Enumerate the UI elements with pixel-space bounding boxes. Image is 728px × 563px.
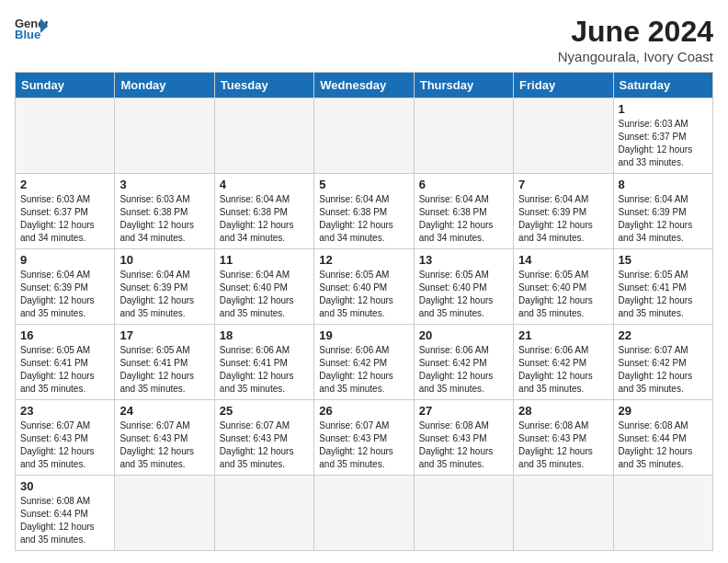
calendar-cell: 21Sunrise: 6:06 AM Sunset: 6:42 PM Dayli…: [514, 325, 613, 400]
calendar-cell: 8Sunrise: 6:04 AM Sunset: 6:39 PM Daylig…: [613, 174, 712, 249]
calendar-cell: 6Sunrise: 6:04 AM Sunset: 6:38 PM Daylig…: [414, 174, 513, 249]
day-info: Sunrise: 6:05 AM Sunset: 6:41 PM Dayligh…: [119, 344, 209, 396]
calendar-cell: 30Sunrise: 6:08 AM Sunset: 6:44 PM Dayli…: [16, 476, 115, 551]
day-number: 19: [319, 328, 408, 342]
day-number: 28: [518, 404, 608, 418]
calendar-cell: [16, 98, 115, 174]
calendar-cell: [514, 476, 613, 551]
weekday-header-cell: Monday: [115, 73, 214, 98]
calendar-cell: 27Sunrise: 6:08 AM Sunset: 6:43 PM Dayli…: [414, 400, 513, 476]
logo: General Blue: [15, 15, 48, 40]
day-number: 6: [419, 178, 508, 191]
calendar-cell: 3Sunrise: 6:03 AM Sunset: 6:38 PM Daylig…: [115, 174, 214, 249]
calendar-cell: 15Sunrise: 6:05 AM Sunset: 6:41 PM Dayli…: [613, 249, 712, 325]
calendar-week-row: 23Sunrise: 6:07 AM Sunset: 6:43 PM Dayli…: [16, 400, 713, 476]
day-info: Sunrise: 6:04 AM Sunset: 6:38 PM Dayligh…: [319, 193, 408, 245]
day-info: Sunrise: 6:08 AM Sunset: 6:43 PM Dayligh…: [419, 419, 508, 471]
calendar-cell: 4Sunrise: 6:04 AM Sunset: 6:38 PM Daylig…: [214, 174, 313, 249]
day-number: 16: [20, 328, 109, 342]
calendar-week-row: 16Sunrise: 6:05 AM Sunset: 6:41 PM Dayli…: [16, 325, 713, 400]
calendar-week-row: 30Sunrise: 6:08 AM Sunset: 6:44 PM Dayli…: [16, 476, 713, 551]
calendar-cell: [115, 98, 214, 174]
day-number: 12: [319, 253, 408, 267]
day-info: Sunrise: 6:07 AM Sunset: 6:43 PM Dayligh…: [220, 419, 309, 471]
logo-icon: General Blue: [15, 15, 48, 40]
day-info: Sunrise: 6:04 AM Sunset: 6:40 PM Dayligh…: [220, 269, 309, 320]
day-number: 21: [518, 328, 608, 342]
day-info: Sunrise: 6:07 AM Sunset: 6:43 PM Dayligh…: [319, 419, 408, 471]
day-info: Sunrise: 6:03 AM Sunset: 6:37 PM Dayligh…: [619, 118, 708, 169]
calendar-cell: 18Sunrise: 6:06 AM Sunset: 6:41 PM Dayli…: [214, 325, 313, 400]
svg-text:Blue: Blue: [15, 28, 40, 40]
day-info: Sunrise: 6:04 AM Sunset: 6:38 PM Dayligh…: [220, 193, 309, 245]
calendar-cell: [613, 476, 712, 551]
day-info: Sunrise: 6:04 AM Sunset: 6:39 PM Dayligh…: [20, 269, 109, 320]
calendar-cell: 24Sunrise: 6:07 AM Sunset: 6:43 PM Dayli…: [115, 400, 214, 476]
weekday-header-cell: Friday: [514, 73, 613, 98]
calendar-cell: 17Sunrise: 6:05 AM Sunset: 6:41 PM Dayli…: [115, 325, 214, 400]
calendar-cell: 5Sunrise: 6:04 AM Sunset: 6:38 PM Daylig…: [314, 174, 414, 249]
calendar-cell: 16Sunrise: 6:05 AM Sunset: 6:41 PM Dayli…: [16, 325, 115, 400]
day-number: 26: [319, 404, 408, 418]
weekday-header-cell: Sunday: [16, 73, 115, 98]
day-number: 13: [419, 253, 508, 267]
day-number: 30: [20, 479, 109, 493]
calendar-week-row: 1Sunrise: 6:03 AM Sunset: 6:37 PM Daylig…: [16, 98, 713, 174]
calendar-cell: [314, 476, 414, 551]
day-info: Sunrise: 6:06 AM Sunset: 6:42 PM Dayligh…: [419, 344, 508, 396]
day-info: Sunrise: 6:05 AM Sunset: 6:41 PM Dayligh…: [20, 344, 109, 396]
day-info: Sunrise: 6:05 AM Sunset: 6:41 PM Dayligh…: [619, 269, 708, 320]
calendar-cell: 10Sunrise: 6:04 AM Sunset: 6:39 PM Dayli…: [115, 249, 214, 325]
day-info: Sunrise: 6:07 AM Sunset: 6:43 PM Dayligh…: [20, 419, 109, 471]
calendar-cell: [214, 98, 313, 174]
month-title: June 2024: [558, 15, 713, 49]
calendar-cell: 11Sunrise: 6:04 AM Sunset: 6:40 PM Dayli…: [214, 249, 313, 325]
day-info: Sunrise: 6:03 AM Sunset: 6:38 PM Dayligh…: [119, 193, 209, 245]
calendar-cell: [414, 98, 513, 174]
day-number: 2: [20, 178, 109, 191]
calendar-cell: 19Sunrise: 6:06 AM Sunset: 6:42 PM Dayli…: [314, 325, 414, 400]
calendar-cell: 23Sunrise: 6:07 AM Sunset: 6:43 PM Dayli…: [16, 400, 115, 476]
day-number: 24: [119, 404, 209, 418]
header: General Blue June 2024 Nyangourala, Ivor…: [15, 15, 713, 64]
day-number: 11: [220, 253, 309, 267]
calendar-cell: 7Sunrise: 6:04 AM Sunset: 6:39 PM Daylig…: [514, 174, 613, 249]
weekday-header-cell: Wednesday: [314, 73, 414, 98]
calendar-cell: 13Sunrise: 6:05 AM Sunset: 6:40 PM Dayli…: [414, 249, 513, 325]
calendar-table: SundayMondayTuesdayWednesdayThursdayFrid…: [15, 72, 713, 551]
calendar-cell: 28Sunrise: 6:08 AM Sunset: 6:43 PM Dayli…: [514, 400, 613, 476]
day-number: 15: [619, 253, 708, 267]
day-number: 18: [220, 328, 309, 342]
day-info: Sunrise: 6:04 AM Sunset: 6:39 PM Dayligh…: [119, 269, 209, 320]
calendar-body: 1Sunrise: 6:03 AM Sunset: 6:37 PM Daylig…: [16, 98, 713, 551]
day-info: Sunrise: 6:04 AM Sunset: 6:39 PM Dayligh…: [518, 193, 608, 245]
calendar-cell: [214, 476, 313, 551]
day-number: 1: [619, 102, 708, 116]
day-number: 3: [119, 178, 209, 191]
day-info: Sunrise: 6:06 AM Sunset: 6:42 PM Dayligh…: [319, 344, 408, 396]
calendar-cell: 22Sunrise: 6:07 AM Sunset: 6:42 PM Dayli…: [613, 325, 712, 400]
day-info: Sunrise: 6:04 AM Sunset: 6:39 PM Dayligh…: [619, 193, 708, 245]
weekday-header-cell: Saturday: [613, 73, 712, 98]
day-number: 23: [20, 404, 109, 418]
day-number: 22: [619, 328, 708, 342]
title-area: June 2024 Nyangourala, Ivory Coast: [558, 15, 713, 64]
weekday-header-row: SundayMondayTuesdayWednesdayThursdayFrid…: [16, 73, 713, 98]
calendar-cell: 2Sunrise: 6:03 AM Sunset: 6:37 PM Daylig…: [16, 174, 115, 249]
calendar-week-row: 2Sunrise: 6:03 AM Sunset: 6:37 PM Daylig…: [16, 174, 713, 249]
day-info: Sunrise: 6:05 AM Sunset: 6:40 PM Dayligh…: [319, 269, 408, 320]
calendar-cell: 25Sunrise: 6:07 AM Sunset: 6:43 PM Dayli…: [214, 400, 313, 476]
day-info: Sunrise: 6:08 AM Sunset: 6:44 PM Dayligh…: [619, 419, 708, 471]
day-number: 14: [518, 253, 608, 267]
day-info: Sunrise: 6:06 AM Sunset: 6:42 PM Dayligh…: [518, 344, 608, 396]
day-number: 20: [419, 328, 508, 342]
day-number: 8: [619, 178, 708, 191]
weekday-header-cell: Tuesday: [214, 73, 313, 98]
calendar-cell: 26Sunrise: 6:07 AM Sunset: 6:43 PM Dayli…: [314, 400, 414, 476]
day-info: Sunrise: 6:05 AM Sunset: 6:40 PM Dayligh…: [419, 269, 508, 320]
calendar-cell: 12Sunrise: 6:05 AM Sunset: 6:40 PM Dayli…: [314, 249, 414, 325]
calendar-cell: [514, 98, 613, 174]
day-info: Sunrise: 6:08 AM Sunset: 6:44 PM Dayligh…: [20, 495, 109, 546]
day-number: 27: [419, 404, 508, 418]
weekday-header-cell: Thursday: [414, 73, 513, 98]
